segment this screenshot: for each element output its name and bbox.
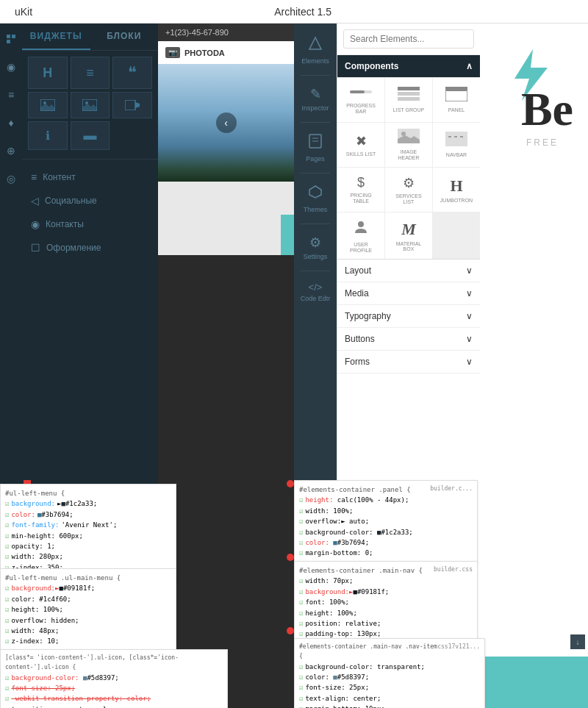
toolbar-divider-5 (301, 271, 330, 271)
element-image-header[interactable]: IMAGEHEADER (385, 123, 432, 167)
mobile-site-header: 📷 PHOTODA (158, 41, 294, 64)
teal-bar (281, 215, 294, 255)
toolbar-themes[interactable]: Themes (296, 178, 334, 219)
section-typography[interactable]: Typography ∨ (337, 305, 480, 328)
jumbotron-icon: H (450, 176, 462, 196)
mobile-content: 📷 PHOTODA ‹ (158, 41, 294, 708)
preview-free-text: FREE (526, 137, 559, 148)
widget-image2[interactable] (71, 92, 110, 118)
icon-bar-item-circle[interactable]: ◉ (3, 59, 19, 75)
toolbar-elements[interactable]: Elements (296, 29, 334, 71)
app-title-center: Architect 1.5 (274, 6, 331, 18)
app-title-left: uKit (15, 6, 32, 18)
toolbar-divider-3 (301, 173, 330, 174)
progress-bar-icon (350, 85, 372, 101)
element-jumbotron[interactable]: H JUMBOTRON (433, 168, 480, 212)
mobile-section-gray (158, 182, 294, 255)
contacts-icon: ◉ (31, 218, 40, 230)
tab-bloki[interactable]: блоки (90, 24, 159, 50)
menu-content[interactable]: ≡ Контент (22, 165, 158, 189)
toolbar-divider-4 (301, 224, 330, 224)
menu-social[interactable]: ◁ Социальные (22, 189, 158, 212)
image-header-icon (398, 129, 420, 147)
section-buttons[interactable]: Buttons ∨ (337, 328, 480, 351)
main-container: ◉ ≡ ♦ ⊕ ◎ виджеты блоки H ≡ ❝ ℹ ▬ (0, 24, 588, 708)
element-user-profile[interactable]: USERPROFILE (337, 212, 384, 259)
themes-icon (307, 184, 323, 204)
elements-panel: Components ∧ PROGRESSBAR LIST GROUP PA (337, 24, 480, 708)
user-profile-icon (352, 218, 370, 240)
section-layout[interactable]: Layout ∨ (337, 260, 480, 282)
element-list-group[interactable]: LIST GROUP (385, 78, 432, 122)
svg-rect-14 (350, 90, 365, 93)
widget-divider[interactable]: ▬ (71, 121, 110, 150)
skills-list-icon: ✖ (356, 133, 367, 149)
section-media[interactable]: Media ∨ (337, 282, 480, 305)
icon-bar-item-logo[interactable] (3, 31, 19, 47)
svg-rect-19 (445, 87, 467, 91)
chevron-down-icon-layout: ∨ (466, 265, 473, 276)
widget-video[interactable] (112, 92, 152, 118)
widget-quote[interactable]: ❝ (112, 57, 152, 89)
preview-teal-bar (480, 657, 588, 708)
toolbar-divider-1 (301, 75, 330, 76)
design-icon: ☐ (31, 242, 40, 254)
chevron-down-icon-buttons: ∨ (466, 334, 473, 344)
svg-rect-0 (7, 35, 10, 38)
tab-vidzety[interactable]: виджеты (22, 24, 90, 50)
hero-image: ‹ (158, 64, 294, 182)
widget-info[interactable]: ℹ (28, 121, 68, 150)
left-panel: виджеты блоки H ≡ ❝ ℹ ▬ ≡ Контент (22, 24, 158, 708)
svg-point-26 (358, 221, 364, 227)
icon-bar-item-diamond[interactable]: ♦ (3, 115, 19, 131)
element-material-box[interactable]: M MATERIALBOX (385, 212, 432, 259)
menu-design[interactable]: ☐ Оформление (22, 236, 158, 260)
svg-rect-2 (7, 40, 10, 43)
camera-icon: 📷 (165, 47, 180, 58)
svg-rect-17 (398, 97, 420, 101)
icon-bar: ◉ ≡ ♦ ⊕ ◎ (0, 24, 22, 708)
element-services-list[interactable]: ⚙ SERVICESLIST (385, 168, 432, 212)
phone-number: +1(23)-45-67-890 (165, 28, 229, 37)
element-panel[interactable]: PANEL (433, 78, 480, 122)
svg-rect-15 (398, 87, 420, 90)
content-icon: ≡ (31, 171, 37, 183)
svg-rect-7 (125, 100, 135, 110)
icon-bar-item-add[interactable]: ⊕ (3, 143, 19, 159)
toolbar-pages[interactable]: Pages (296, 127, 334, 168)
social-icon: ◁ (31, 195, 39, 207)
svg-rect-1 (12, 35, 15, 38)
left-panel-tabs: виджеты блоки (22, 24, 158, 51)
element-navbar[interactable]: NAVBAR (433, 123, 480, 167)
element-skills-list[interactable]: ✖ SKILLS LIST (337, 123, 384, 167)
element-progress-bar[interactable]: PROGRESSBAR (337, 78, 384, 122)
pages-icon (307, 133, 323, 153)
toolbar-inspector[interactable]: ✎ Inspector (296, 80, 334, 118)
section-forms[interactable]: Forms ∨ (337, 351, 480, 373)
scroll-down-btn[interactable]: ↓ (570, 634, 585, 649)
widget-text[interactable]: ≡ (71, 57, 110, 89)
settings-icon: ⚙ (309, 235, 321, 251)
chevron-up-icon: ∧ (466, 61, 473, 71)
toolbar-settings[interactable]: ⚙ Settings (296, 229, 334, 266)
widget-image1[interactable] (28, 92, 68, 118)
website-preview: Be FREE (480, 24, 588, 708)
toolbar-code-editor[interactable]: </> Code Edtr (296, 276, 334, 308)
icon-bar-item-eye[interactable]: ◎ (3, 171, 19, 187)
menu-contacts[interactable]: ◉ Контакты (22, 212, 158, 236)
widget-heading[interactable]: H (28, 57, 68, 89)
hero-prev-arrow[interactable]: ‹ (216, 112, 237, 133)
code-editor-icon: </> (309, 282, 323, 293)
mobile-preview: +1(23)-45-67-890 📷 PHOTODA ‹ (158, 24, 294, 708)
svg-rect-22 (445, 132, 467, 146)
element-pricing-table[interactable]: $ PRICINGTABLE (337, 168, 384, 212)
toolbar-divider-2 (301, 122, 330, 123)
top-bar: uKit Architect 1.5 (0, 0, 588, 24)
list-group-icon (398, 87, 420, 105)
icon-bar-item-list[interactable]: ≡ (3, 87, 19, 103)
search-input[interactable] (343, 29, 474, 49)
inspector-icon: ✎ (310, 86, 321, 102)
section-components[interactable]: Components ∧ (337, 55, 480, 78)
chevron-down-icon-typography: ∨ (466, 311, 473, 321)
menu-section: ≡ Контент ◁ Социальные ◉ Контакты ☐ Офор… (22, 159, 158, 265)
